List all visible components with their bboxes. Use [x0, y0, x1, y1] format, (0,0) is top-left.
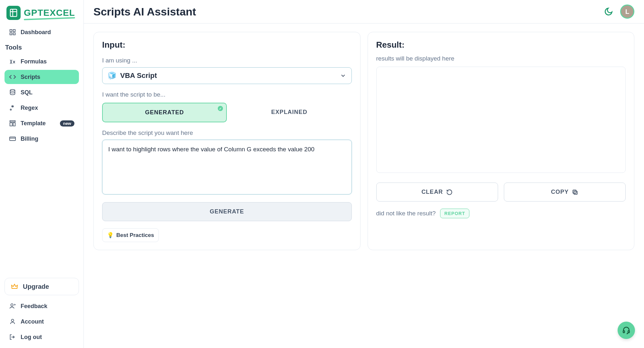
sidebar-item-regex[interactable]: Regex	[5, 101, 79, 115]
sidebar-item-label: Scripts	[21, 74, 40, 80]
svg-rect-0	[10, 9, 17, 17]
svg-point-12	[11, 319, 14, 322]
svg-rect-2	[13, 30, 15, 32]
billing-icon	[9, 135, 16, 142]
svg-rect-3	[10, 33, 12, 35]
sidebar-item-dashboard[interactable]: Dashboard	[5, 25, 79, 39]
sidebar-item-label: Formulas	[21, 58, 47, 65]
toggle-label: GENERATED	[145, 109, 184, 116]
sidebar-item-billing[interactable]: Billing	[5, 132, 79, 146]
logo[interactable]: GPTEXCEL	[3, 4, 80, 24]
content: Input: I am using ... 🧊 VBA Script I wan…	[84, 24, 644, 259]
avatar[interactable]: L	[620, 5, 634, 19]
copy-label: COPY	[551, 189, 569, 195]
result-placeholder: results will be displayed here	[376, 55, 626, 62]
clear-label: CLEAR	[421, 189, 443, 195]
sidebar-item-feedback[interactable]: Feedback	[5, 299, 79, 313]
copy-button[interactable]: COPY	[504, 183, 626, 202]
sidebar-item-formulas[interactable]: Formulas	[5, 54, 79, 69]
database-icon	[9, 89, 16, 96]
svg-rect-9	[13, 123, 15, 126]
svg-point-5	[10, 89, 15, 91]
svg-rect-4	[13, 33, 15, 35]
sidebar-item-account[interactable]: Account	[5, 315, 79, 329]
generate-label: GENERATE	[210, 208, 244, 215]
dashboard-icon	[9, 29, 16, 36]
svg-point-6	[10, 109, 12, 110]
feedback-icon	[9, 303, 16, 310]
sidebar-item-scripts[interactable]: Scripts	[5, 70, 79, 84]
report-question: did not like the result?	[376, 210, 436, 217]
input-title: Input:	[102, 40, 352, 50]
sidebar-item-label: Account	[21, 318, 44, 325]
sidebar-item-sql[interactable]: SQL	[5, 85, 79, 99]
toggle-label: EXPLAINED	[271, 109, 307, 115]
reset-icon	[446, 189, 453, 195]
regex-icon	[9, 104, 16, 111]
svg-rect-1	[10, 30, 12, 32]
svg-rect-7	[10, 121, 15, 122]
toggle-explained[interactable]: EXPLAINED	[227, 103, 351, 122]
result-card: Result: results will be displayed here C…	[368, 32, 635, 250]
using-label: I am using ...	[102, 57, 352, 64]
lightbulb-icon: 💡	[107, 232, 114, 239]
select-value: VBA Script	[120, 71, 336, 80]
toggle-generated[interactable]: GENERATED	[102, 103, 227, 122]
sidebar-item-label: Billing	[21, 136, 38, 142]
support-fab[interactable]	[618, 322, 635, 339]
formula-icon	[9, 58, 16, 65]
moon-icon	[604, 7, 613, 16]
new-badge: new	[60, 120, 74, 127]
main: Scripts AI Assistant L Input: I am using…	[84, 0, 644, 348]
upgrade-button[interactable]: Upgrade	[5, 278, 79, 295]
account-icon	[9, 318, 16, 325]
want-label: I want the script to be...	[102, 91, 352, 98]
logo-icon	[6, 6, 21, 20]
check-icon	[218, 106, 223, 111]
vba-icon: 🧊	[108, 71, 116, 80]
crown-icon	[11, 283, 18, 290]
report-row: did not like the result? REPORT	[376, 209, 626, 218]
sidebar-item-logout[interactable]: Log out	[5, 330, 79, 344]
upgrade-label: Upgrade	[23, 283, 49, 290]
tools-section-label: Tools	[3, 40, 80, 54]
avatar-initial: L	[625, 8, 629, 15]
input-card: Input: I am using ... 🧊 VBA Script I wan…	[93, 32, 360, 250]
logo-text: GPTEXCEL	[24, 8, 75, 18]
script-type-select[interactable]: 🧊 VBA Script	[102, 67, 352, 84]
topbar: Scripts AI Assistant L	[84, 0, 644, 24]
clear-button[interactable]: CLEAR	[376, 183, 498, 202]
svg-rect-16	[628, 331, 629, 333]
logout-icon	[9, 334, 16, 341]
svg-rect-10	[10, 137, 15, 141]
result-title: Result:	[376, 40, 626, 50]
page-title: Scripts AI Assistant	[93, 5, 196, 18]
svg-rect-8	[10, 123, 12, 126]
result-output	[376, 67, 626, 173]
best-practices-button[interactable]: 💡 Best Practices	[102, 228, 159, 242]
report-button[interactable]: REPORT	[440, 209, 469, 218]
svg-rect-15	[623, 331, 624, 333]
topbar-right: L	[603, 5, 634, 19]
chevron-down-icon	[340, 72, 346, 79]
sidebar-item-label: Log out	[21, 334, 42, 341]
sidebar-item-label: Regex	[21, 105, 38, 111]
generate-button[interactable]: GENERATE	[102, 202, 352, 221]
theme-toggle-button[interactable]	[603, 6, 614, 17]
sidebar-item-label: Feedback	[21, 303, 47, 310]
result-actions: CLEAR COPY	[376, 183, 626, 202]
mode-toggle: GENERATED EXPLAINED	[102, 103, 352, 122]
describe-label: Describe the script you want here	[102, 129, 352, 136]
sidebar-item-label: Template	[21, 120, 46, 127]
sidebar-item-label: SQL	[21, 89, 33, 96]
sidebar: GPTEXCEL Dashboard Tools Formulas Script…	[0, 0, 84, 348]
copy-icon	[572, 189, 578, 195]
description-textarea[interactable]	[102, 140, 352, 194]
svg-point-11	[11, 304, 13, 306]
code-icon	[9, 73, 16, 80]
svg-rect-13	[574, 191, 577, 194]
sidebar-item-label: Dashboard	[21, 29, 51, 36]
sidebar-item-template[interactable]: Template new	[5, 116, 79, 130]
report-label: REPORT	[444, 211, 465, 216]
headset-icon	[622, 326, 630, 334]
